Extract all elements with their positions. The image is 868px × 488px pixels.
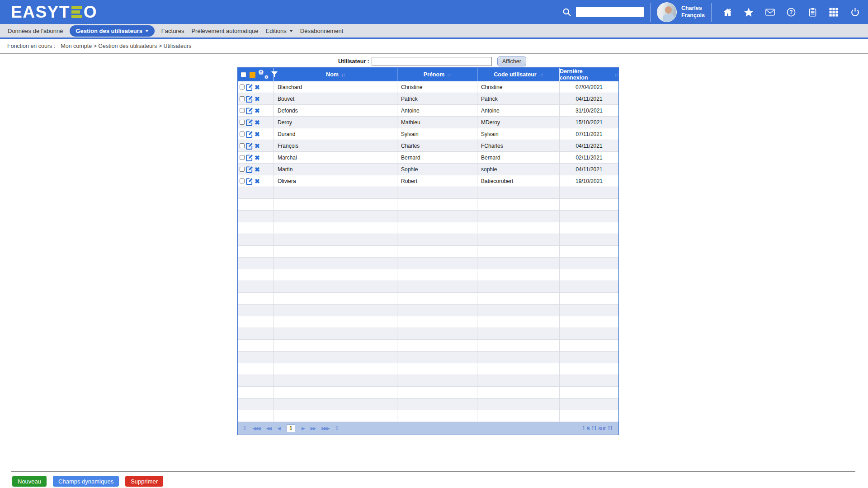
cell-empty <box>397 375 477 387</box>
avatar[interactable] <box>657 2 677 22</box>
cell-empty <box>477 187 560 199</box>
cell-empty <box>397 328 477 340</box>
delete-icon[interactable]: ✖ <box>255 96 260 102</box>
edit-icon[interactable] <box>246 166 253 173</box>
apps-icon[interactable] <box>829 7 839 17</box>
pagination-bar: 1 ◀◀◀ ◀◀ ◀ 1 ▶ ▶▶ ▶▶▶ 1 1 à 11 sur 11 <box>238 422 618 435</box>
nav-item-donnees-de-l-abonne[interactable]: Données de l'abonné <box>7 28 63 34</box>
row-checkbox[interactable] <box>240 131 245 136</box>
pagination-fast-prev-icon[interactable]: ◀◀ <box>266 426 271 431</box>
row-actions: ✖ <box>238 81 274 93</box>
edit-icon[interactable] <box>246 142 253 150</box>
topbar-search-input[interactable] <box>576 7 644 17</box>
table-row-empty <box>238 246 618 258</box>
nav-item-prelevement-automatique[interactable]: Prélèvement automatique <box>191 28 259 34</box>
delete-icon[interactable]: ✖ <box>255 143 260 149</box>
column-header-code-utilisateur[interactable]: Code utilisateur↓↑ <box>477 68 560 81</box>
breadcrumb: Fonction en cours : Mon compte > Gestion… <box>0 39 868 54</box>
table-row-empty <box>238 399 618 410</box>
table-row: ✖DeroyMathieuMDeroy15/10/2021 <box>238 117 618 128</box>
topbar: EASYT O Charles François ? <box>0 0 868 24</box>
edit-icon[interactable] <box>246 107 253 114</box>
row-checkbox[interactable] <box>240 120 245 125</box>
nouveau-button[interactable]: Nouveau <box>12 476 47 487</box>
orange-marker[interactable] <box>250 72 255 78</box>
cell-date: 07/04/2021 <box>560 81 618 93</box>
user-first-name: Charles <box>681 5 705 12</box>
edit-icon[interactable] <box>246 95 253 103</box>
row-checkbox[interactable] <box>240 155 245 160</box>
edit-icon[interactable] <box>246 84 253 91</box>
search-icon[interactable] <box>562 8 571 17</box>
nav-item-desabonnement[interactable]: Désabonnement <box>300 28 344 34</box>
pagination-last-page[interactable]: 1 <box>335 425 339 432</box>
cell-empty <box>560 352 618 363</box>
mail-icon[interactable] <box>765 7 775 17</box>
delete-icon[interactable]: ✖ <box>255 119 260 126</box>
cell-empty <box>397 234 477 246</box>
champs-dynamiques-button[interactable]: Champs dynamiques <box>53 476 119 487</box>
delete-icon[interactable]: ✖ <box>255 84 260 90</box>
show-button[interactable]: Afficher <box>497 56 526 66</box>
cell-nom: Oliviera <box>274 175 397 187</box>
column-header-derniere-connexion[interactable]: Dernière connexion↓↑ <box>560 68 618 81</box>
pagination-next-icon[interactable]: ▶ <box>302 426 304 431</box>
user-name[interactable]: Charles François <box>681 5 705 19</box>
pagination-rewind-icon[interactable]: ◀◀◀ <box>253 426 260 431</box>
delete-icon[interactable]: ✖ <box>255 178 260 184</box>
cell-empty <box>477 305 560 316</box>
nav-item-editions[interactable]: Editions <box>265 28 293 34</box>
table-row: ✖MartinSophiesophie04/11/2021 <box>238 164 618 175</box>
table-row-empty <box>238 352 618 363</box>
row-actions <box>238 222 274 234</box>
row-actions: ✖ <box>238 175 274 187</box>
row-checkbox[interactable] <box>240 167 245 172</box>
cell-empty <box>477 222 560 234</box>
cell-empty <box>274 234 397 246</box>
notes-icon[interactable] <box>807 7 817 17</box>
help-icon[interactable]: ? <box>786 7 796 17</box>
delete-icon[interactable]: ✖ <box>255 131 260 137</box>
app-logo[interactable]: EASYT O <box>11 3 97 22</box>
column-header-nom[interactable]: Nom↓↑ <box>274 68 397 81</box>
edit-icon[interactable] <box>246 131 253 138</box>
delete-icon[interactable]: ✖ <box>255 155 260 161</box>
row-actions: ✖ <box>238 105 274 117</box>
delete-icon[interactable]: ✖ <box>255 108 260 114</box>
cell-empty <box>477 363 560 375</box>
settings-gears-icon[interactable]: ⚙⚙ <box>259 70 268 79</box>
table-row-empty <box>238 211 618 222</box>
table-row-empty <box>238 187 618 199</box>
users-table: ⚙⚙Nom↓↑Prénom↓↑Code utilisateur↓↑Dernièr… <box>237 67 619 435</box>
pagination-prev-icon[interactable]: ◀ <box>278 426 280 431</box>
column-header-prenom[interactable]: Prénom↓↑ <box>397 68 477 81</box>
column-header-label: Nom <box>326 71 339 78</box>
power-icon[interactable] <box>850 7 860 17</box>
row-checkbox[interactable] <box>240 143 245 148</box>
nav-item-gestion-des-utilisateurs[interactable]: Gestion des utilisateurs <box>70 25 154 37</box>
edit-icon[interactable] <box>246 154 253 161</box>
supprimer-button[interactable]: Supprimer <box>125 476 163 487</box>
pagination-forward-icon[interactable]: ▶▶▶ <box>321 426 329 431</box>
table-row-empty <box>238 410 618 422</box>
nav-item-factures[interactable]: Factures <box>161 28 185 34</box>
topbar-divider <box>711 3 712 22</box>
edit-icon[interactable] <box>246 119 253 126</box>
row-checkbox[interactable] <box>240 178 245 183</box>
select-all-checkbox[interactable] <box>241 72 246 77</box>
pagination-current-page[interactable]: 1 <box>286 424 295 433</box>
delete-icon[interactable]: ✖ <box>255 166 260 173</box>
cell-empty <box>477 410 560 422</box>
row-checkbox[interactable] <box>240 84 245 89</box>
row-checkbox[interactable] <box>240 96 245 101</box>
row-actions <box>238 387 274 399</box>
cell-empty <box>274 410 397 422</box>
cell-empty <box>477 199 560 211</box>
star-icon[interactable] <box>744 7 754 17</box>
home-icon[interactable] <box>722 7 732 17</box>
pagination-fast-next-icon[interactable]: ▶▶ <box>311 426 316 431</box>
user-filter-input[interactable] <box>372 57 492 66</box>
edit-icon[interactable] <box>246 178 253 185</box>
pagination-first-page[interactable]: 1 <box>243 425 246 432</box>
row-checkbox[interactable] <box>240 108 245 113</box>
